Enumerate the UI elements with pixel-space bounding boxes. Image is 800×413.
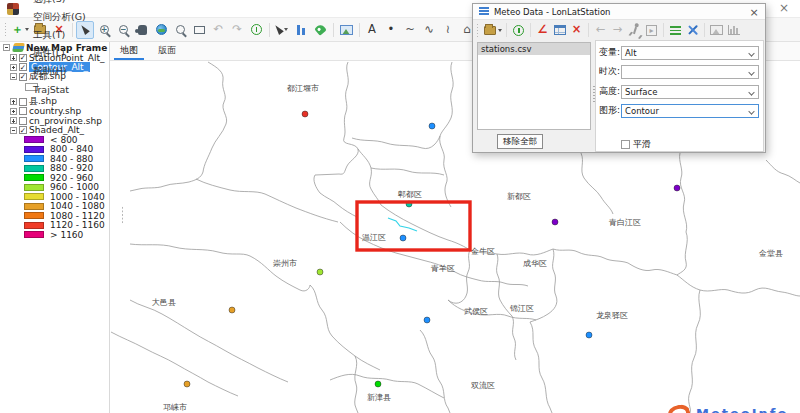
pan-hand-icon[interactable] <box>133 21 151 39</box>
smooth-checkbox[interactable] <box>621 140 630 149</box>
legend-item: 1120 - 1160 <box>0 221 109 231</box>
dialog-form: 变量:Alt时次:高度:Surface图形:Contour <box>595 40 764 152</box>
menu-item[interactable]: 帮助(H) <box>25 63 94 81</box>
station-point[interactable] <box>424 317 430 323</box>
menu-item[interactable]: 空间分析(G) <box>25 9 94 27</box>
legend-label: < 800 <box>50 135 78 145</box>
station-point[interactable] <box>586 332 592 338</box>
legend-label: > 1160 <box>50 230 83 240</box>
station-point[interactable] <box>552 219 558 225</box>
layer-label: Shaded_Alt_ <box>29 125 84 135</box>
layer-node[interactable]: cn_province.shp <box>0 116 109 126</box>
dlg-settings-tools-icon[interactable] <box>685 22 701 38</box>
legend-item: < 800 <box>0 135 109 145</box>
undo-icon[interactable]: ↶ <box>209 21 227 39</box>
dlg-legend-list-icon[interactable] <box>668 22 684 38</box>
remove-all-button[interactable]: 移除全部 <box>497 134 543 149</box>
select-feature-icon[interactable] <box>273 21 291 39</box>
full-extent-globe-icon[interactable] <box>152 21 170 39</box>
station-point[interactable] <box>400 235 406 241</box>
dlg-play-icon[interactable]: ▸ <box>644 22 660 38</box>
draw-text-icon[interactable]: A <box>363 21 381 39</box>
dlg-chart-icon[interactable] <box>726 22 742 38</box>
expand-icon[interactable] <box>10 98 17 105</box>
variable-select[interactable]: Alt <box>621 46 759 60</box>
label-tag-icon <box>314 23 327 36</box>
draw-freehand-icon[interactable]: ∿ <box>420 21 438 39</box>
legend-item: 1080 - 1120 <box>0 211 109 221</box>
zoom-out-icon[interactable]: − <box>114 21 132 39</box>
time-select[interactable] <box>621 65 759 79</box>
layer-visibility-checkbox[interactable] <box>19 117 27 125</box>
station-point[interactable] <box>229 307 235 313</box>
dlg-remove-data-icon[interactable]: × <box>569 22 585 38</box>
insert-image-icon[interactable] <box>337 21 355 39</box>
dropdown-caret-icon <box>284 28 288 31</box>
menu-item[interactable]: 工具(T) <box>25 27 94 45</box>
dlg-draw-setting-icon[interactable]: ∠ <box>535 22 551 38</box>
station-point[interactable] <box>375 381 381 387</box>
collapse-icon[interactable] <box>3 44 10 51</box>
attribute-table-icon[interactable] <box>292 21 310 39</box>
expand-icon[interactable] <box>10 64 17 71</box>
expand-icon[interactable] <box>10 108 17 115</box>
zoom-in-icon[interactable]: + <box>95 21 113 39</box>
zoom-window-icon[interactable] <box>171 21 189 39</box>
layer-node[interactable]: ✓Shaded_Alt_ <box>0 126 109 136</box>
smooth-option[interactable]: 平滑 <box>621 138 651 151</box>
expand-icon[interactable] <box>10 73 17 80</box>
watermark-text-fragment: MeteoInfo <box>696 406 788 413</box>
dlg-prev-time-icon[interactable]: ← <box>593 22 609 38</box>
field-label: 图形: <box>599 104 621 117</box>
tab-map[interactable]: 地图 <box>110 42 148 60</box>
layer-visibility-checkbox[interactable]: ✓ <box>19 126 27 134</box>
dlg-animate-icon[interactable] <box>627 22 643 38</box>
zoom-rect-icon[interactable] <box>190 21 208 39</box>
dialog-close-icon[interactable]: × <box>747 5 761 19</box>
redo-icon[interactable]: ↷ <box>228 21 246 39</box>
dlg-power-icon[interactable] <box>511 22 527 38</box>
draw-line-icon[interactable]: ~ <box>401 21 419 39</box>
station-point[interactable] <box>317 269 323 275</box>
toolbar-separator <box>506 23 507 37</box>
layer-node[interactable]: country.shp <box>0 106 109 116</box>
dlg-data-table-icon[interactable] <box>552 22 568 38</box>
station-point[interactable] <box>429 123 435 129</box>
legend-swatch <box>24 165 44 172</box>
level-select[interactable]: Surface <box>621 85 759 99</box>
expand-icon[interactable] <box>10 54 17 61</box>
dlg-toolbar-grip[interactable] <box>476 23 479 38</box>
zoom-window-icon <box>176 25 185 34</box>
layer-visibility-checkbox[interactable] <box>19 98 27 106</box>
file-list-item[interactable]: stations.csv <box>478 43 590 55</box>
dlg-chart-icon <box>728 25 740 35</box>
draw-polygon-icon: ⌂ <box>463 24 470 36</box>
legend-item: > 1160 <box>0 230 109 240</box>
toolbar-separator <box>704 23 705 37</box>
station-point[interactable] <box>674 185 680 191</box>
menu-item[interactable]: 选择(S) <box>25 0 94 9</box>
menu-item[interactable]: 插件(L) <box>25 45 94 63</box>
expand-icon[interactable] <box>10 117 17 124</box>
identify-icon[interactable] <box>247 21 265 39</box>
tab-layout[interactable]: 版面 <box>148 42 186 60</box>
menu-item[interactable]: TrajStat <box>25 81 94 99</box>
expand-icon[interactable] <box>10 127 17 134</box>
layer-visibility-checkbox[interactable] <box>19 107 27 115</box>
station-point[interactable] <box>184 381 190 387</box>
dialog-titlebar[interactable]: Meteo Data - LonLatStation <box>473 4 765 20</box>
dialog-file-list[interactable]: stations.csv <box>477 42 591 130</box>
dlg-image-icon[interactable] <box>709 22 725 38</box>
dlg-open-folder-icon[interactable] <box>483 22 503 38</box>
draw-point-icon[interactable]: • <box>382 21 400 39</box>
toolbar-separator <box>333 23 334 37</box>
window-close-icon[interactable]: × <box>776 0 792 16</box>
label-tag-icon[interactable] <box>311 21 329 39</box>
panel-splitter-grip[interactable] <box>121 206 124 224</box>
station-point[interactable] <box>302 111 308 117</box>
district-label: 新都区 <box>507 192 531 201</box>
toolbar-grip[interactable] <box>4 22 7 37</box>
plot-type-select[interactable]: Contour <box>621 104 759 118</box>
dlg-next-time-icon[interactable]: → <box>610 22 626 38</box>
draw-curve-icon[interactable]: ≀ <box>439 21 457 39</box>
